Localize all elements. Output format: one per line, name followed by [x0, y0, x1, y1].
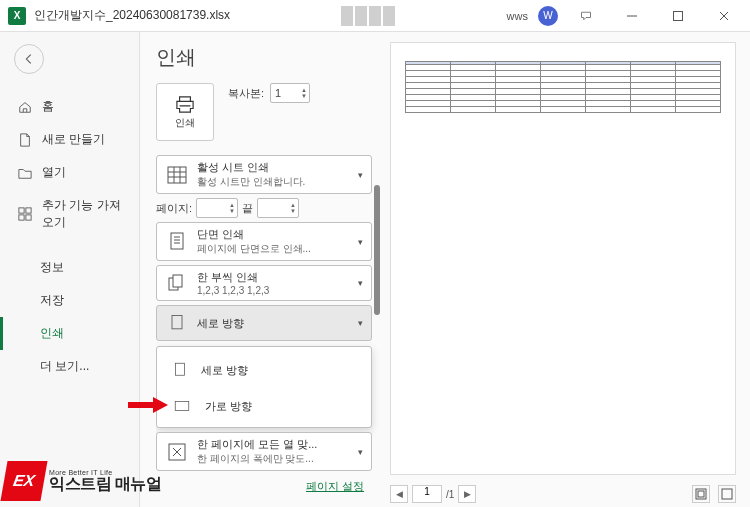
- comments-button[interactable]: [568, 2, 604, 30]
- orientation-landscape-option[interactable]: 가로 방향: [161, 389, 367, 423]
- excel-icon: X: [8, 7, 26, 25]
- show-margins-button[interactable]: [692, 485, 710, 503]
- landscape-icon: [171, 397, 193, 415]
- option-title: 한 부씩 인쇄: [197, 270, 350, 285]
- page-from-input[interactable]: ▲▼: [196, 198, 238, 218]
- orientation-menu: 세로 방향 가로 방향: [156, 346, 372, 428]
- collated-icon: [165, 271, 189, 295]
- filename: 인간개발지수_20240630081739.xlsx: [34, 7, 230, 24]
- dd-label: 가로 방향: [205, 399, 252, 414]
- option-title: 한 페이지에 모든 열 맞...: [197, 437, 350, 452]
- pages-range: 페이지: ▲▼ 끝 ▲▼: [156, 198, 372, 218]
- print-button[interactable]: 인쇄: [156, 83, 214, 141]
- svg-rect-11: [175, 402, 189, 411]
- chevron-down-icon: ▾: [358, 447, 363, 457]
- back-button[interactable]: [14, 44, 44, 74]
- option-sub: 활성 시트만 인쇄합니다.: [197, 175, 350, 189]
- svg-rect-8: [173, 275, 182, 287]
- sides-dropdown[interactable]: 단면 인쇄 페이지에 단면으로 인쇄... ▾: [156, 222, 372, 261]
- svg-rect-14: [698, 491, 704, 497]
- zoom-to-page-button[interactable]: [718, 485, 736, 503]
- next-page-button[interactable]: ▶: [458, 485, 476, 503]
- nav-label: 열기: [42, 164, 66, 181]
- svg-rect-15: [722, 489, 732, 499]
- titlebar-decoration: [230, 6, 507, 26]
- printer-icon: [174, 95, 196, 113]
- chevron-down-icon: ▾: [358, 237, 363, 247]
- nav-save[interactable]: 저장: [0, 284, 139, 317]
- portrait-icon: [171, 359, 189, 381]
- what-to-print-dropdown[interactable]: 활성 시트 인쇄 활성 시트만 인쇄합니다. ▾: [156, 155, 372, 194]
- nav-label: 저장: [40, 292, 64, 309]
- home-icon: [18, 100, 32, 114]
- svg-rect-1: [19, 208, 24, 213]
- user-name: wws: [507, 10, 528, 22]
- nav-label: 인쇄: [40, 325, 64, 342]
- page-title: 인쇄: [156, 44, 380, 71]
- option-title: 단면 인쇄: [197, 227, 350, 242]
- pages-label: 페이지:: [156, 201, 192, 216]
- svg-rect-9: [172, 316, 182, 329]
- nav-open[interactable]: 열기: [0, 156, 139, 189]
- sheet-icon: [165, 163, 189, 187]
- preview-panel: ◀ 1 /1 ▶: [380, 32, 750, 507]
- logo-badge: EX: [0, 461, 47, 501]
- nav-addins[interactable]: 추가 기능 가져오기: [0, 189, 139, 239]
- svg-rect-6: [171, 233, 183, 249]
- orientation-dropdown[interactable]: 세로 방향 ▾: [156, 305, 372, 341]
- option-title: 활성 시트 인쇄: [197, 160, 350, 175]
- preview-table: [405, 61, 721, 113]
- pages-to-label: 끝: [242, 201, 253, 216]
- print-button-label: 인쇄: [175, 116, 195, 130]
- nav-new[interactable]: 새로 만들기: [0, 123, 139, 156]
- addins-icon: [18, 207, 32, 221]
- page-number-input[interactable]: 1: [412, 485, 442, 503]
- nav-label: 홈: [42, 98, 54, 115]
- svg-rect-5: [168, 167, 186, 183]
- open-icon: [18, 166, 32, 180]
- avatar[interactable]: W: [538, 6, 558, 26]
- orientation-portrait-option[interactable]: 세로 방향: [161, 351, 367, 389]
- minimize-button[interactable]: [614, 2, 650, 30]
- nav-label: 정보: [40, 259, 64, 276]
- option-title: 세로 방향: [197, 316, 350, 331]
- settings-scrollbar[interactable]: [374, 155, 380, 495]
- dd-label: 세로 방향: [201, 363, 248, 378]
- chevron-down-icon: ▾: [358, 278, 363, 288]
- option-sub: 페이지에 단면으로 인쇄...: [197, 242, 350, 256]
- page-to-input[interactable]: ▲▼: [257, 198, 299, 218]
- nav-print[interactable]: 인쇄: [0, 317, 139, 350]
- copies-label: 복사본:: [228, 86, 264, 101]
- annotation-arrow: [128, 395, 168, 415]
- nav-label: 새로 만들기: [42, 131, 105, 148]
- svg-rect-4: [26, 215, 31, 220]
- page-setup-link[interactable]: 페이지 설정: [156, 479, 372, 494]
- logo-brand: 익스트림 매뉴얼: [49, 476, 161, 493]
- spinner-arrows[interactable]: ▲▼: [301, 87, 307, 99]
- maximize-button[interactable]: [660, 2, 696, 30]
- print-settings: 인쇄 인쇄 복사본: 1 ▲▼: [140, 32, 380, 507]
- prev-page-button[interactable]: ◀: [390, 485, 408, 503]
- option-sub: 한 페이지의 폭에만 맞도...: [197, 452, 350, 466]
- svg-rect-10: [176, 363, 185, 375]
- preview-page: [390, 42, 736, 475]
- option-sub: 1,2,3 1,2,3 1,2,3: [197, 285, 350, 296]
- svg-rect-3: [19, 215, 24, 220]
- collation-dropdown[interactable]: 한 부씩 인쇄 1,2,3 1,2,3 1,2,3 ▾: [156, 265, 372, 301]
- new-icon: [18, 133, 32, 147]
- nav-label: 추가 기능 가져오기: [42, 197, 123, 231]
- scaling-dropdown[interactable]: 한 페이지에 모든 열 맞... 한 페이지의 폭에만 맞도... ▾: [156, 432, 372, 471]
- copies-input[interactable]: 1 ▲▼: [270, 83, 310, 103]
- nav-home[interactable]: 홈: [0, 90, 139, 123]
- page-total: /1: [446, 489, 454, 500]
- sidebar: 홈 새로 만들기 열기 추가 기능 가져오기 정보 저장 인쇄 더 보기...: [0, 32, 140, 507]
- nav-label: 더 보기...: [40, 358, 89, 375]
- close-button[interactable]: [706, 2, 742, 30]
- copies-value: 1: [275, 87, 281, 99]
- chevron-down-icon: ▾: [358, 318, 363, 328]
- nav-info[interactable]: 정보: [0, 251, 139, 284]
- portrait-icon: [165, 311, 189, 335]
- fit-columns-icon: [165, 440, 189, 464]
- nav-more[interactable]: 더 보기...: [0, 350, 139, 383]
- preview-nav: ◀ 1 /1 ▶: [380, 481, 750, 507]
